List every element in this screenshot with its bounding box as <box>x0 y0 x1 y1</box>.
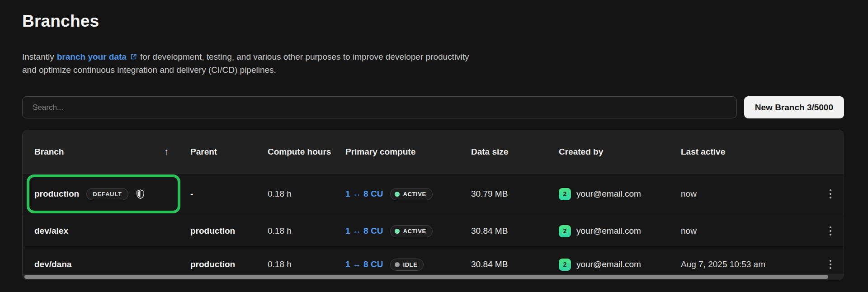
parent-cell: - <box>179 189 256 199</box>
toolbar: New Branch 3/5000 <box>22 96 844 118</box>
table-header-row: Branch ↑ Parent Compute hours Primary co… <box>23 130 844 174</box>
actions-cell <box>817 187 844 201</box>
primary-compute-cell: 1 ↔ 8 CU ACTIVE <box>334 188 459 200</box>
actions-cell <box>817 257 844 272</box>
compute-hours-cell: 0.18 h <box>256 226 334 236</box>
status-label: ACTIVE <box>403 228 426 235</box>
horizontal-scrollbar-track <box>23 274 844 280</box>
column-header-last-active: Last active <box>669 147 817 157</box>
row-menu-kebab-icon[interactable] <box>827 257 834 272</box>
status-dot-icon <box>395 229 400 234</box>
status-dot-icon <box>395 262 400 267</box>
column-header-parent: Parent <box>179 147 256 157</box>
status-dot-icon <box>395 192 400 197</box>
created-by-cell: 2 your@email.com <box>547 188 669 200</box>
user-avatar: 2 <box>559 188 571 200</box>
data-size-cell: 30.84 MB <box>459 259 547 269</box>
branches-page: Branches Instantlybranch your datafor de… <box>0 0 868 280</box>
last-active-cell: now <box>669 226 817 236</box>
column-header-primary-compute: Primary compute <box>334 147 459 157</box>
column-header-data-size: Data size <box>459 147 547 157</box>
branches-table-panel: Branch ↑ Parent Compute hours Primary co… <box>22 130 844 280</box>
horizontal-scrollbar-thumb[interactable] <box>24 275 828 279</box>
column-header-branch[interactable]: Branch ↑ <box>23 146 179 157</box>
created-by-cell: 2 your@email.com <box>547 259 669 271</box>
external-link-icon <box>130 52 137 64</box>
table-row-dev-alex[interactable]: dev/alex production 0.18 h 1 ↔ 8 CU ACTI… <box>23 214 844 248</box>
column-label: Branch <box>34 147 64 157</box>
primary-compute-cell: 1 ↔ 8 CU ACTIVE <box>334 225 459 237</box>
creator-email: your@email.com <box>576 259 641 269</box>
branch-cell: dev/dana <box>23 259 179 269</box>
description-prefix: Instantly <box>22 52 54 61</box>
last-active-cell: Aug 7, 2025 10:53 am <box>669 259 817 269</box>
status-badge: IDLE <box>390 259 424 271</box>
description-line2: and optimize continuous integration and … <box>22 65 276 75</box>
default-badge: DEFAULT <box>86 188 128 200</box>
parent-cell: production <box>179 226 256 236</box>
branch-name: dev/alex <box>34 226 68 236</box>
branch-cell: production DEFAULT <box>23 188 179 200</box>
compute-range: 1 ↔ 8 CU <box>345 189 383 199</box>
status-badge: ACTIVE <box>390 188 432 200</box>
primary-compute-cell: 1 ↔ 8 CU IDLE <box>334 259 459 271</box>
last-active-cell: now <box>669 189 817 199</box>
column-header-compute-hours: Compute hours <box>256 147 334 157</box>
user-avatar: 2 <box>559 259 571 271</box>
search-input[interactable] <box>22 96 737 118</box>
branch-name: dev/dana <box>34 259 71 269</box>
creator-email: your@email.com <box>576 189 641 199</box>
data-size-cell: 30.84 MB <box>459 226 547 236</box>
description-line1: for development, testing, and various ot… <box>140 52 469 61</box>
creator-email: your@email.com <box>576 226 641 236</box>
created-by-cell: 2 your@email.com <box>547 225 669 237</box>
branch-your-data-link[interactable]: branch your data <box>57 52 127 61</box>
status-badge: ACTIVE <box>390 225 432 237</box>
new-branch-button[interactable]: New Branch 3/5000 <box>744 96 844 118</box>
status-label: ACTIVE <box>403 191 426 198</box>
page-description: Instantlybranch your datafor development… <box>22 51 844 76</box>
parent-cell: production <box>179 259 256 269</box>
page-title: Branches <box>22 11 844 32</box>
row-menu-kebab-icon[interactable] <box>827 224 834 238</box>
branch-name: production <box>34 189 79 199</box>
protected-shield-icon <box>135 189 146 199</box>
table-row-production[interactable]: production DEFAULT - 0.18 h 1 ↔ 8 CU ACT… <box>23 174 844 214</box>
compute-range: 1 ↔ 8 CU <box>345 226 383 236</box>
data-size-cell: 30.79 MB <box>459 189 547 199</box>
column-header-created-by: Created by <box>547 147 669 157</box>
status-label: IDLE <box>403 261 417 268</box>
actions-cell <box>817 224 844 238</box>
compute-hours-cell: 0.18 h <box>256 189 334 199</box>
branch-cell: dev/alex <box>23 226 179 236</box>
compute-hours-cell: 0.18 h <box>256 259 334 269</box>
compute-range: 1 ↔ 8 CU <box>345 259 383 269</box>
link-label: branch your data <box>57 52 127 61</box>
sort-ascending-icon[interactable]: ↑ <box>164 146 169 157</box>
row-menu-kebab-icon[interactable] <box>827 187 834 201</box>
user-avatar: 2 <box>559 225 571 237</box>
